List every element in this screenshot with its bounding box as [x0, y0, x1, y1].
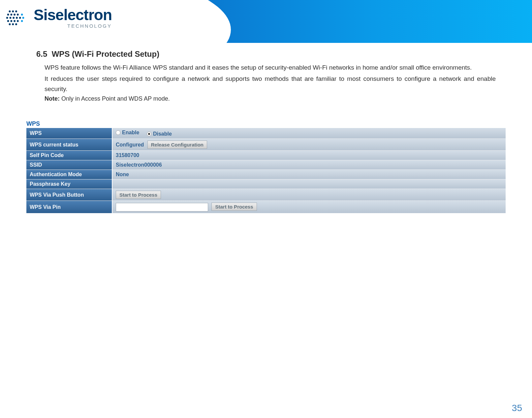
radio-icon [116, 130, 120, 135]
logo-mark-icon [3, 5, 29, 31]
release-configuration-button[interactable]: Release Configuration [147, 141, 207, 149]
svg-point-19 [21, 14, 23, 16]
table-row: Passphrase Key [26, 179, 506, 189]
selfpin-value: 31580700 [112, 151, 506, 160]
svg-point-1 [12, 11, 14, 13]
svg-point-6 [17, 14, 19, 16]
svg-point-14 [14, 20, 16, 22]
table-row: WPS Via Push Button Start to Process [26, 189, 506, 201]
header-band: Siselectron TECHNOLOGY [0, 0, 532, 43]
section-paragraph-1: WPS feature follows the Wi-Fi Alliance W… [45, 63, 496, 73]
svg-point-18 [15, 23, 17, 25]
svg-point-20 [22, 17, 24, 19]
wps-status-value: Configured Release Configuration [112, 139, 506, 151]
auth-label: Authentication Mode [26, 170, 112, 179]
wps-status-label: WPS current status [26, 139, 112, 151]
disable-label: Disable [153, 131, 172, 137]
wps-row-label: WPS [26, 128, 112, 139]
svg-point-5 [14, 14, 16, 16]
push-button-label: WPS Via Push Button [26, 189, 112, 201]
table-row: WPS Enable Disable [26, 128, 506, 139]
wps-enable-radio[interactable]: Enable [116, 130, 139, 136]
radio-icon [147, 132, 151, 136]
push-button-value: Start to Process [112, 189, 506, 201]
logo-brand: Siselectron [34, 7, 112, 22]
section-paragraph-2: It reduces the user steps required to co… [45, 74, 496, 94]
wps-panel-title: WPS [26, 120, 506, 127]
passphrase-value [112, 179, 506, 189]
svg-point-2 [15, 11, 17, 13]
start-process-push-button[interactable]: Start to Process [116, 191, 161, 199]
page-number: 35 [512, 403, 522, 413]
table-row: SSID Siselectron000006 [26, 160, 506, 170]
logo: Siselectron TECHNOLOGY [3, 5, 112, 31]
section-number: 6.5 [36, 49, 47, 58]
wps-table: WPS Enable Disable WPS current status Co… [26, 128, 506, 213]
logo-text: Siselectron TECHNOLOGY [34, 7, 112, 29]
svg-point-21 [21, 20, 23, 22]
table-row: WPS Via Pin Start to Process [26, 201, 506, 213]
svg-point-13 [10, 20, 12, 22]
svg-point-10 [16, 17, 18, 19]
svg-point-12 [7, 20, 9, 22]
note-text: Only in Access Point and WDS AP mode. [60, 95, 170, 102]
start-process-pin-button[interactable]: Start to Process [211, 203, 257, 211]
table-row: WPS current status Configured Release Co… [26, 139, 506, 151]
auth-value: None [112, 170, 506, 179]
wps-panel: WPS WPS Enable Disable WPS current statu… [26, 120, 506, 213]
table-row: Authentication Mode None [26, 170, 506, 179]
pin-label: WPS Via Pin [26, 201, 112, 213]
svg-point-8 [10, 17, 12, 19]
enable-label: Enable [122, 130, 139, 136]
section-heading: 6.5 WPS (Wi-Fi Protected Setup) [36, 49, 496, 59]
pin-value: Start to Process [112, 201, 506, 213]
status-text: Configured [116, 142, 144, 147]
selfpin-label: Self Pin Code [26, 151, 112, 160]
wps-row-value: Enable Disable [112, 128, 506, 139]
passphrase-label: Passphrase Key [26, 179, 112, 189]
svg-point-3 [7, 14, 9, 16]
svg-point-17 [12, 23, 14, 25]
section-title: WPS (Wi-Fi Protected Setup) [52, 49, 159, 58]
svg-point-9 [13, 17, 15, 19]
ssid-label: SSID [26, 160, 112, 170]
table-row: Self Pin Code 31580700 [26, 151, 506, 160]
logo-tagline: TECHNOLOGY [34, 23, 112, 29]
svg-point-4 [10, 14, 12, 16]
svg-point-11 [19, 17, 21, 19]
svg-point-0 [9, 11, 11, 13]
svg-point-7 [6, 17, 8, 19]
section-note: Note: Only in Access Point and WDS AP mo… [45, 95, 496, 102]
svg-point-16 [9, 23, 11, 25]
wps-disable-radio[interactable]: Disable [147, 131, 172, 137]
note-label: Note: [45, 95, 60, 102]
svg-point-15 [17, 20, 19, 22]
ssid-value: Siselectron000006 [112, 160, 506, 170]
wps-pin-input[interactable] [116, 203, 208, 211]
content-area: 6.5 WPS (Wi-Fi Protected Setup) WPS feat… [0, 43, 532, 102]
